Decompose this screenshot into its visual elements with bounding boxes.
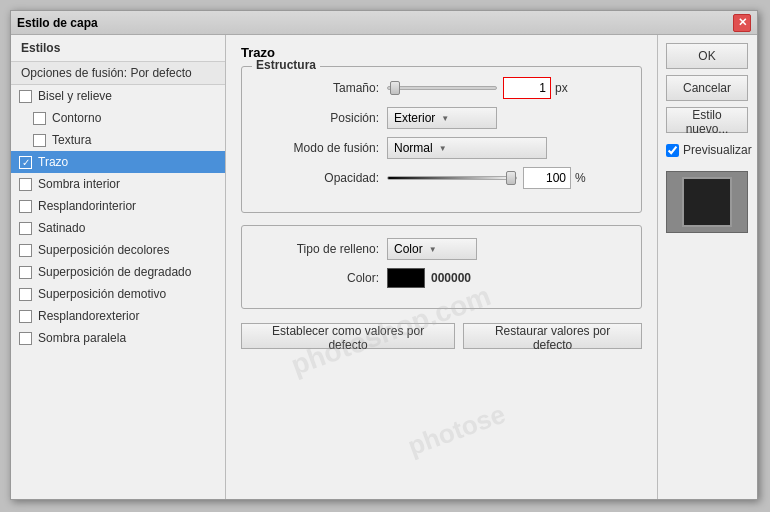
fill-type-dropdown[interactable]: Color [387,238,477,260]
checkbox-superposicion-colores[interactable] [19,244,32,257]
layer-style-dialog: Estilo de capa ✕ Estilos Opciones de fus… [10,10,758,500]
checkbox-sombra-paralela[interactable] [19,332,32,345]
size-slider-thumb[interactable] [390,81,400,95]
position-dropdown[interactable]: Exterior [387,107,497,129]
sidebar-item-contorno[interactable]: Contorno [11,107,225,129]
checkbox-superposicion-degradado[interactable] [19,266,32,279]
checkbox-trazo[interactable] [19,156,32,169]
cancel-button[interactable]: Cancelar [666,75,748,101]
group-legend: Estructura [252,58,320,72]
checkbox-contorno[interactable] [33,112,46,125]
size-input[interactable] [503,77,551,99]
checkbox-resplandor-exterior[interactable] [19,310,32,323]
fill-type-value: Color [394,242,423,256]
fill-type-controls: Color [387,238,626,260]
opacity-input[interactable] [523,167,571,189]
size-label: Tamaño: [257,81,387,95]
sidebar-item-superposicion-colores[interactable]: Superposición decolores [11,239,225,261]
sidebar-item-bisel-relieve[interactable]: Bisel y relieve [11,85,225,107]
sidebar: Estilos Opciones de fusión: Por defecto … [11,35,226,499]
checkbox-textura[interactable] [33,134,46,147]
sidebar-label-resplandor-interior: Resplandorinterior [38,199,136,213]
sidebar-item-superposicion-motivo[interactable]: Superposición demotivo [11,283,225,305]
blend-value: Normal [394,141,433,155]
position-row: Posición: Exterior [257,107,626,129]
sidebar-options-label[interactable]: Opciones de fusión: Por defecto [11,61,225,85]
checkbox-sombra-interior[interactable] [19,178,32,191]
new-style-button[interactable]: Estilo nuevo... [666,107,748,133]
set-default-button[interactable]: Establecer como valores por defecto [241,323,455,349]
color-controls: 000000 [387,268,626,288]
preview-label: Previsualizar [683,143,752,157]
size-unit: px [555,81,568,95]
blend-mode-dropdown[interactable]: Normal [387,137,547,159]
sidebar-label-contorno: Contorno [52,111,101,125]
title-bar: Estilo de capa ✕ [11,11,757,35]
color-swatch[interactable] [387,268,425,288]
sidebar-item-trazo[interactable]: Trazo [11,151,225,173]
estructura-group: Estructura Tamaño: px Posición: [241,66,642,213]
color-label: Color: [257,271,387,285]
color-row: Color: 000000 [257,268,626,288]
sidebar-label-superposicion-colores: Superposición decolores [38,243,169,257]
sidebar-label-bisel: Bisel y relieve [38,89,112,103]
opacity-unit: % [575,171,586,185]
opacity-row: Opacidad: % [257,167,626,189]
close-button[interactable]: ✕ [733,14,751,32]
opacity-slider-thumb[interactable] [506,171,516,185]
sidebar-label-satinado: Satinado [38,221,85,235]
preview-checkbox[interactable] [666,144,679,157]
sidebar-label-trazo: Trazo [38,155,68,169]
watermark-3: photose [404,399,510,463]
sidebar-item-satinado[interactable]: Satinado [11,217,225,239]
size-controls: px [387,77,626,99]
sidebar-item-superposicion-degradado[interactable]: Superposición de degradado [11,261,225,283]
sidebar-item-resplandor-exterior[interactable]: Resplandorexterior [11,305,225,327]
sidebar-label-textura: Textura [52,133,91,147]
sidebar-label-superposicion-motivo: Superposición demotivo [38,287,166,301]
fill-type-label: Tipo de relleno: [257,242,387,256]
dialog-body: Estilos Opciones de fusión: Por defecto … [11,35,757,499]
fill-type-row: Tipo de relleno: Color [257,238,626,260]
position-label: Posición: [257,111,387,125]
sidebar-label-sombra-interior: Sombra interior [38,177,120,191]
restore-default-button[interactable]: Restaurar valores por defecto [463,323,642,349]
preview-box [666,171,748,233]
position-controls: Exterior [387,107,626,129]
checkbox-superposicion-motivo[interactable] [19,288,32,301]
color-value: 000000 [431,271,471,285]
sidebar-item-textura[interactable]: Textura [11,129,225,151]
opacity-controls: % [387,167,626,189]
sidebar-item-resplandor-interior[interactable]: Resplandorinterior [11,195,225,217]
preview-inner [682,177,732,227]
blend-controls: Normal [387,137,626,159]
dialog-title: Estilo de capa [17,16,98,30]
preview-row: Previsualizar [666,143,749,157]
sidebar-item-sombra-interior[interactable]: Sombra interior [11,173,225,195]
size-slider-track[interactable] [387,86,497,90]
main-content: SoloPhotoshop.com photoshop.com photose … [226,35,657,499]
fill-section: Tipo de relleno: Color Color: 000000 [241,225,642,309]
blend-row: Modo de fusión: Normal [257,137,626,159]
sidebar-title: Estilos [11,35,225,61]
checkbox-resplandor-interior[interactable] [19,200,32,213]
blend-label: Modo de fusión: [257,141,387,155]
bottom-buttons: Establecer como valores por defecto Rest… [241,323,642,349]
checkbox-satinado[interactable] [19,222,32,235]
sidebar-label-resplandor-exterior: Resplandorexterior [38,309,139,323]
opacity-slider-track[interactable] [387,176,517,180]
size-row: Tamaño: px [257,77,626,99]
opacity-label: Opacidad: [257,171,387,185]
checkbox-bisel-relieve[interactable] [19,90,32,103]
sidebar-label-sombra-paralela: Sombra paralela [38,331,126,345]
sidebar-item-sombra-paralela[interactable]: Sombra paralela [11,327,225,349]
sidebar-label-superposicion-degradado: Superposición de degradado [38,265,191,279]
ok-button[interactable]: OK [666,43,748,69]
position-value: Exterior [394,111,435,125]
right-panel: OK Cancelar Estilo nuevo... Previsualiza… [657,35,757,499]
